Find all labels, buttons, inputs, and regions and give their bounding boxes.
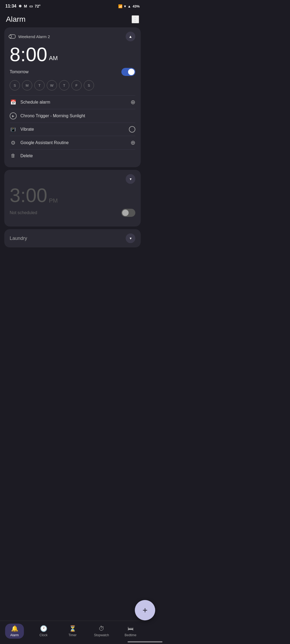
chevron-down-icon-3: ▾ — [130, 236, 132, 240]
more-options-button[interactable]: ⋮ — [132, 15, 139, 23]
schedule-alarm-add-icon: ⊕ — [130, 99, 135, 106]
battery-display: 43% — [133, 4, 140, 8]
ringtone-left: ▶ Chrono Trigger - Morning Sunlight — [10, 112, 85, 119]
alarm-2-schedule: Not scheduled — [10, 210, 37, 215]
schedule-alarm-option[interactable]: 📅 Schedule alarm ⊕ — [10, 95, 135, 109]
ringtone-option[interactable]: ▶ Chrono Trigger - Morning Sunlight — [10, 109, 135, 123]
assistant-add-icon: ⊕ — [130, 139, 135, 146]
tag-icon — [10, 34, 16, 39]
day-monday[interactable]: M — [22, 80, 32, 90]
alarm-1-schedule: Tomorrow — [10, 69, 28, 74]
schedule-alarm-label: Schedule alarm — [20, 100, 50, 105]
signal-icon: ▲ — [128, 4, 131, 8]
day-wednesday[interactable]: W — [47, 80, 57, 90]
vibrate-left: 📳 Vibrate — [10, 127, 34, 132]
alarm-3-label: Laundry — [10, 236, 27, 241]
day-saturday[interactable]: S — [84, 80, 94, 90]
mail-icon: M — [24, 4, 27, 8]
chevron-down-icon: ▾ — [130, 177, 132, 181]
alarm-1-schedule-row: Tomorrow — [10, 68, 135, 76]
alarm-2-time-value: 3:00 — [10, 185, 47, 206]
vibrate-option[interactable]: 📳 Vibrate — [10, 123, 135, 136]
alarm-card-1: Weekend Alarm 2 ▲ 8:00 AM Tomorrow S M T… — [4, 27, 141, 167]
vibrate-toggle-off[interactable] — [129, 126, 135, 133]
wifi-icon: ▾ — [124, 4, 126, 8]
alarm-1-toggle[interactable] — [121, 68, 135, 76]
alarm-1-time-value: 8:00 — [10, 44, 47, 65]
alarm-card-2: ▾ 3:00 PM Not scheduled — [4, 170, 141, 226]
delete-label: Delete — [20, 153, 33, 158]
expand-alarm-2-button[interactable]: ▾ — [126, 174, 135, 184]
status-bar: 11:34 ❄ M ▭ 72° 📶 ▾ ▲ 43% — [0, 0, 145, 10]
day-thursday[interactable]: T — [59, 80, 69, 90]
delete-option[interactable]: 🗑 Delete — [10, 149, 135, 162]
delete-icon: 🗑 — [10, 153, 17, 159]
alarm-1-label-row: Weekend Alarm 2 — [10, 34, 50, 39]
alarm-2-toggle[interactable] — [121, 209, 135, 217]
alarm-2-schedule-row: Not scheduled — [10, 209, 135, 217]
day-sunday[interactable]: S — [10, 80, 20, 90]
schedule-alarm-left: 📅 Schedule alarm — [10, 99, 50, 105]
monitor-icon: ▭ — [29, 4, 33, 8]
alarm-1-days-row: S M T W T F S — [10, 80, 135, 90]
status-right: 📶 ▾ ▲ 43% — [118, 4, 140, 8]
assistant-label: Google Assistant Routine — [20, 140, 69, 145]
expand-alarm-3-button[interactable]: ▾ — [126, 233, 135, 243]
alarm-2-ampm: PM — [49, 197, 58, 204]
card-1-header: Weekend Alarm 2 ▲ — [10, 32, 135, 41]
assistant-icon: ⚙ — [10, 140, 17, 146]
alarm-1-time[interactable]: 8:00 AM — [10, 44, 135, 65]
assistant-left: ⚙ Google Assistant Routine — [10, 140, 69, 146]
chevron-up-icon: ▲ — [129, 34, 132, 39]
play-icon: ▶ — [10, 112, 17, 119]
assistant-option[interactable]: ⚙ Google Assistant Routine ⊕ — [10, 136, 135, 149]
alarm-1-label: Weekend Alarm 2 — [18, 34, 50, 39]
alarm-1-ampm: AM — [49, 55, 58, 61]
delete-left: 🗑 Delete — [10, 153, 33, 159]
collapse-alarm-1-button[interactable]: ▲ — [126, 32, 135, 41]
snowflake-icon: ❄ — [19, 4, 22, 8]
page-title: Alarm — [6, 15, 26, 24]
status-time: 11:34 — [5, 4, 16, 9]
status-left: 11:34 ❄ M ▭ 72° — [5, 4, 41, 9]
day-friday[interactable]: F — [71, 80, 82, 90]
calendar-icon: 📅 — [10, 99, 17, 105]
vibrate-label: Vibrate — [20, 127, 34, 132]
alarm-2-time[interactable]: 3:00 PM — [10, 185, 135, 206]
alarm-card-3: Laundry ▾ — [4, 229, 141, 247]
ringtone-label: Chrono Trigger - Morning Sunlight — [20, 114, 85, 118]
app-header: Alarm ⋮ — [0, 10, 145, 27]
temp-display: 72° — [35, 4, 41, 8]
bluetooth-icon: 📶 — [118, 4, 122, 8]
vibrate-icon: 📳 — [10, 127, 17, 132]
day-tuesday[interactable]: T — [34, 80, 45, 90]
